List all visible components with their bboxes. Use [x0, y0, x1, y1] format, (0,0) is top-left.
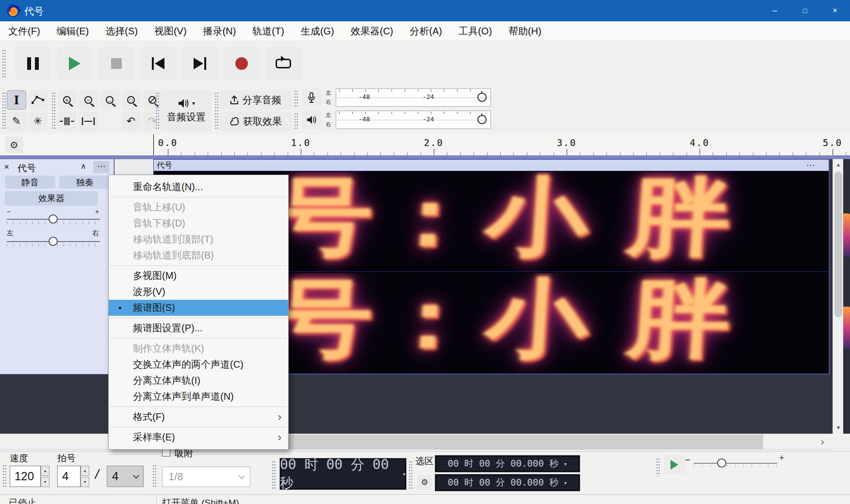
maximize-button[interactable]: □ [790, 0, 820, 21]
fit-selection-button[interactable]: ↔ [100, 90, 119, 110]
scroll-right-icon[interactable]: › [821, 436, 824, 447]
mute-button[interactable]: 静音 [5, 176, 55, 189]
skip-to-end-button[interactable] [182, 47, 218, 81]
beats-per-bar-input[interactable]: 4 [57, 466, 81, 487]
spin-up-icon[interactable]: ▲ [41, 466, 49, 476]
record-meter[interactable]: -48 -24 [336, 88, 491, 107]
menu-item-move-track-down[interactable]: 音轨下移(D) [109, 215, 288, 231]
play-meter-button[interactable] [302, 111, 321, 129]
trim-audio-button[interactable] [57, 112, 77, 131]
track-collapse-button[interactable]: ∧ [81, 162, 86, 171]
timeline-ruler[interactable]: 0.0 1.0 2.0 3.0 4.0 5.0 [153, 134, 850, 155]
menubar-item-analyze[interactable]: 分析(A) [402, 21, 451, 41]
menu-item-make-stereo-track[interactable]: 制作立体声轨(K) [109, 341, 288, 357]
spin-up-icon[interactable]: ▲ [81, 466, 89, 476]
record-button[interactable] [224, 47, 260, 81]
share-audio-button[interactable]: 分享音频 [219, 90, 292, 110]
menubar-item-view[interactable]: 视图(V) [146, 21, 195, 41]
menubar-item-transport[interactable]: 播录(N) [195, 21, 245, 41]
play-speed-slider[interactable] [694, 457, 777, 470]
menubar-item-effect[interactable]: 效果器(C) [343, 21, 402, 41]
snap-grip[interactable] [152, 465, 157, 488]
menu-item-rename-track[interactable]: 重命名轨道(N)... [109, 179, 288, 195]
silence-audio-button[interactable] [79, 112, 98, 131]
menu-item-move-track-to-top[interactable]: 移动轨道到顶部(T) [109, 231, 288, 247]
tempo-spinner[interactable]: ▲ ▼ [41, 466, 49, 487]
zoom-out-button[interactable]: − [79, 90, 98, 110]
menubar-item-edit[interactable]: 编辑(E) [49, 21, 98, 41]
minimize-button[interactable]: – [760, 0, 790, 21]
play-speed-slider-thumb[interactable] [717, 458, 726, 468]
stop-button[interactable] [98, 47, 134, 81]
clip-menu-button[interactable]: ⋯ [806, 160, 815, 171]
menu-item-spectrogram[interactable]: ● 频谱图(S) [109, 300, 288, 316]
track-name[interactable]: 代号 [17, 162, 36, 175]
pan-slider[interactable] [7, 239, 100, 244]
loop-button[interactable] [265, 47, 301, 81]
audio-position-display[interactable]: 00 时 00 分 00 秒 ▾ [279, 458, 407, 490]
clip-header[interactable]: 代号 ⋯ [154, 160, 829, 171]
multi-tool-button[interactable]: ✳ [28, 112, 48, 131]
transport-toolbar-grip[interactable] [2, 49, 6, 78]
track-close-button[interactable]: × [4, 162, 9, 172]
share-toolbar-grip[interactable] [214, 92, 219, 129]
timeline-options-button[interactable]: ⚙ [5, 136, 23, 153]
spin-down-icon[interactable]: ▼ [41, 477, 49, 487]
beats-spinner[interactable]: ▲ ▼ [81, 466, 89, 487]
get-effects-button[interactable]: 获取效果 [219, 112, 292, 131]
menubar-item-tracks[interactable]: 轨道(T) [244, 21, 293, 41]
record-meter-button[interactable] [302, 88, 321, 107]
timeline[interactable]: ⚙ 0.0 1.0 2.0 3.0 4.0 5.0 [0, 134, 850, 156]
selection-options-button[interactable]: ⚙ [417, 475, 432, 490]
menubar-item-file[interactable]: 文件(F) [0, 21, 49, 41]
selection-tool-button[interactable]: I [7, 90, 26, 110]
menu-item-format[interactable]: 格式(F) › [109, 409, 288, 425]
edit-toolbar-grip[interactable] [51, 92, 56, 129]
volume-slider-thumb[interactable] [49, 214, 58, 224]
time-toolbar-grip[interactable] [272, 461, 276, 490]
menu-item-move-track-to-bottom[interactable]: 移动轨道到底部(B) [109, 247, 288, 263]
play-at-speed-button[interactable] [664, 455, 685, 474]
menubar-item-tools[interactable]: 工具(O) [450, 21, 500, 41]
menu-item-waveform[interactable]: 波形(V) [109, 284, 288, 300]
fit-project-button[interactable]: □ [121, 90, 141, 110]
menu-item-move-track-up[interactable]: 音轨上移(U) [109, 199, 288, 215]
beat-value-dropdown[interactable]: 4 [107, 466, 144, 487]
menu-item-split-stereo-to-mono[interactable]: 分离立体声到单声道(N) [109, 389, 288, 405]
selection-toolbar-grip[interactable] [409, 461, 413, 490]
track-menu-button[interactable]: ⋯ [93, 161, 110, 173]
play-button[interactable] [57, 47, 93, 81]
menubar-item-help[interactable]: 帮助(H) [500, 21, 550, 41]
selection-start-display[interactable]: 00 时 00 分 00.000 秒 ▾ [435, 455, 580, 472]
scroll-up-icon[interactable]: ▲ [833, 160, 844, 170]
draw-tool-button[interactable]: ✎ [7, 112, 26, 131]
undo-button[interactable]: ↶ [121, 112, 141, 131]
menu-item-swap-stereo-channels[interactable]: 交换立体声的两个声道(C) [109, 357, 288, 373]
audio-setup-button[interactable]: ▾ 音频设置 [161, 90, 212, 131]
menubar-item-select[interactable]: 选择(S) [97, 21, 146, 41]
menu-item-split-stereo-track[interactable]: 分离立体声轨(I) [109, 373, 288, 389]
vertical-scrollbar[interactable]: ▲ ▼ [833, 159, 843, 434]
pause-button[interactable] [15, 47, 51, 81]
spin-down-icon[interactable]: ▼ [81, 477, 89, 487]
volume-slider[interactable] [7, 216, 100, 222]
audio-setup-grip[interactable] [155, 92, 160, 129]
tools-toolbar-grip[interactable] [2, 92, 6, 129]
envelope-tool-button[interactable] [28, 90, 48, 110]
solo-button[interactable]: 独奏 [59, 176, 111, 189]
skip-to-start-button[interactable] [140, 47, 176, 81]
close-button[interactable]: × [820, 0, 850, 21]
selection-end-display[interactable]: 00 时 00 分 00.000 秒 ▾ [435, 474, 580, 491]
snap-mode-dropdown[interactable]: 1/8 [162, 467, 250, 487]
menu-item-spectrogram-settings[interactable]: 频谱图设置(P)... [109, 320, 288, 336]
play-meter-grip[interactable] [294, 113, 298, 129]
pan-slider-thumb[interactable] [49, 237, 58, 246]
play-meter[interactable]: -48 -24 [336, 111, 491, 129]
menu-item-rate[interactable]: 采样率(E) › [109, 429, 288, 445]
menu-item-multi-view[interactable]: 多视图(M) [109, 268, 288, 284]
track-effects-button[interactable]: 效果器 [5, 191, 98, 206]
play-at-speed-grip[interactable] [656, 458, 660, 476]
vertical-scrollbar-thumb[interactable] [834, 172, 842, 317]
tempo-input[interactable]: 120 [10, 466, 41, 487]
menubar-item-generate[interactable]: 生成(G) [293, 21, 343, 41]
